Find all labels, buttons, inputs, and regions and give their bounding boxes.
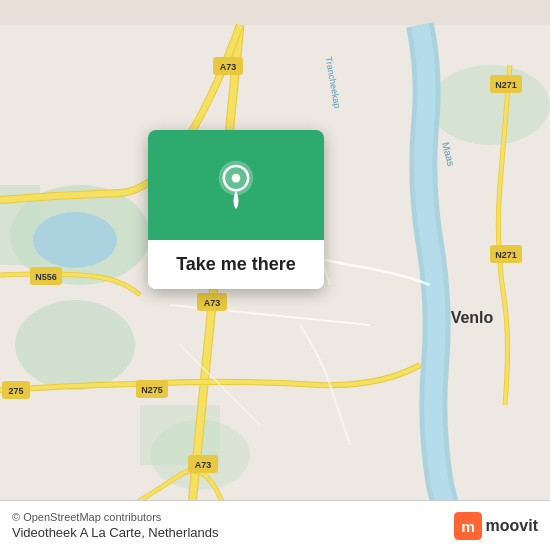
bottom-bar: © OpenStreetMap contributors Videotheek …: [0, 500, 550, 550]
moovit-text: moovit: [486, 517, 538, 535]
moovit-logo: m moovit: [454, 512, 538, 540]
svg-text:A73: A73: [204, 298, 221, 308]
location-card: Take me there: [148, 130, 324, 289]
svg-text:275: 275: [8, 386, 23, 396]
map-container: A73 A73 A73 N275 N273 N271 N271 N556 275…: [0, 0, 550, 550]
svg-text:N556: N556: [35, 272, 57, 282]
svg-text:N271: N271: [495, 250, 517, 260]
svg-point-31: [232, 174, 241, 183]
pin-icon: [210, 159, 262, 211]
svg-text:Venlo: Venlo: [451, 309, 494, 326]
copyright-text: © OpenStreetMap contributors: [12, 511, 218, 523]
svg-text:A73: A73: [195, 460, 212, 470]
svg-point-7: [33, 212, 117, 268]
svg-text:A73: A73: [220, 62, 237, 72]
svg-text:m: m: [461, 517, 475, 534]
card-header: [148, 130, 324, 240]
moovit-icon: m: [454, 512, 482, 540]
svg-text:N271: N271: [495, 80, 517, 90]
location-info: Videotheek A La Carte, Netherlands: [12, 525, 218, 540]
svg-point-2: [15, 300, 135, 390]
svg-point-4: [430, 65, 550, 145]
take-me-there-button[interactable]: Take me there: [148, 240, 324, 289]
svg-text:N275: N275: [141, 385, 163, 395]
